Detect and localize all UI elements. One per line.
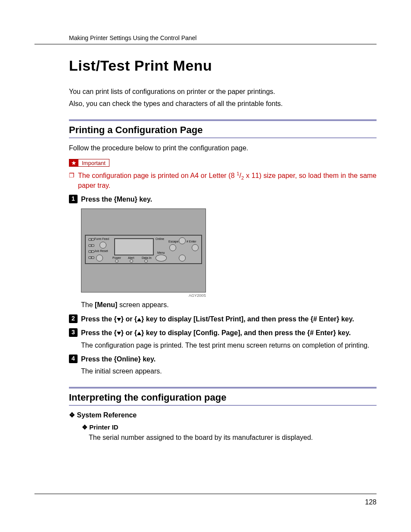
step-1-title: Press the {Menu} key. (81, 195, 152, 204)
intro-line-2: Also, you can check the types and charac… (69, 99, 377, 109)
control-panel-inner: Form Feed Job Reset Power (85, 235, 202, 264)
panel-button-enter (192, 244, 199, 251)
t: Press the (81, 329, 114, 336)
star-icon: ★ (69, 159, 78, 166)
t: key. (336, 329, 351, 336)
figure-id: AGY200S (81, 293, 206, 298)
t: Press the (81, 315, 114, 323)
up-key: {} (134, 329, 144, 336)
step-3-body: The configuration page is printed. The t… (81, 341, 377, 350)
up-key: {} (134, 315, 144, 323)
panel-button-up (179, 237, 186, 244)
panel-indicator-power (115, 259, 118, 263)
panel-label-enter: # Enter (187, 240, 196, 243)
list-item-printer-id-body: The serial number assigned to the board … (89, 433, 377, 442)
control-panel: Form Feed Job Reset Power (81, 208, 206, 292)
arrow-down-icon (117, 318, 121, 321)
t: System Reference (77, 411, 137, 419)
panel-indicator-alert (130, 259, 133, 263)
important-note: ❐ The configuration page is printed on A… (69, 171, 377, 190)
section-lead: Follow the procedure below to print the … (69, 143, 377, 153)
intro-line-1: You can print lists of configurations on… (69, 87, 377, 96)
t: key to display (144, 329, 193, 336)
panel-button-down (179, 255, 186, 261)
section-rule (69, 119, 377, 121)
page: Making Printer Settings Using the Contro… (0, 0, 411, 532)
list-item-head: ❖ System Reference (69, 411, 137, 419)
content-area: List/Test Print Menu You can print lists… (69, 57, 377, 442)
important-note-text: The configuration page is printed on A4 … (78, 171, 377, 190)
step-3-head: 3 Press the {} or {} key to display [Con… (69, 328, 377, 338)
top-rule (34, 44, 377, 44)
step-1: 1 Press the {Menu} key. Form Feed Job Re… (69, 195, 377, 310)
panel-button-form-feed (100, 242, 106, 249)
panel-lcd (114, 238, 154, 255)
panel-led (91, 238, 94, 241)
panel-led (91, 256, 94, 259)
important-badge: ★ Important (69, 159, 109, 167)
step-1-key: {Menu} (114, 196, 137, 203)
list-item-system-reference: ❖ System Reference (69, 411, 377, 419)
panel-label-form-feed: Form Feed (94, 237, 109, 240)
step-number-icon: 3 (69, 328, 78, 337)
step-3-title: Press the {} or {} key to display [Confi… (81, 328, 351, 338)
t: key. (141, 355, 156, 363)
panel-label-power: Power (112, 256, 121, 259)
step-1-body-bold: [Menu] (95, 301, 117, 308)
down-key: {} (114, 329, 123, 336)
t: key. (339, 315, 354, 323)
step-4-title: Press the {Online} key. (81, 355, 156, 364)
step-1-suffix: key. (137, 196, 152, 203)
step-4-head: 4 Press the {Online} key. (69, 355, 377, 364)
t: or (124, 315, 134, 323)
note-prefix: The configuration page is printed on A4 … (78, 172, 237, 179)
panel-label-alert: Alert (128, 256, 134, 259)
arrow-up-icon (137, 332, 141, 335)
section-rule-thin (69, 137, 377, 138)
panel-label-data-in: Data In (142, 256, 152, 259)
step-3: 3 Press the {} or {} key to display [Con… (69, 328, 377, 350)
panel-label-online: Online (156, 237, 164, 240)
section-heading-2: Interpreting the configuration page (69, 392, 377, 403)
t: or (124, 329, 134, 336)
list-item-head: ❖ Printer ID (82, 423, 118, 431)
online-key: {Online} (114, 355, 140, 363)
panel-button-job-reset (96, 255, 103, 261)
step-2-head: 2 Press the {} or {} key to display [Lis… (69, 314, 377, 324)
step-4: 4 Press the {Online} key. The initial sc… (69, 355, 377, 376)
step-1-prefix: Press the (81, 196, 114, 203)
t: , and then press the (243, 315, 311, 323)
page-title: List/Test Print Menu (69, 57, 377, 74)
panel-indicator-data-in (144, 259, 148, 263)
enter-key: {# Enter} (311, 315, 339, 323)
step-2-title: Press the {} or {} key to display [List/… (81, 314, 354, 324)
panel-label-job-reset: Job Reset (94, 249, 108, 252)
t: , and then press the (240, 329, 307, 336)
running-head: Making Printer Settings Using the Contro… (69, 34, 377, 41)
t: key to display (144, 315, 193, 323)
panel-label-menu: Menu (157, 251, 165, 254)
note-frac-num: 1 (237, 171, 239, 176)
down-key: {} (114, 315, 123, 323)
t: [List/Test Print] (193, 315, 243, 323)
list-item-printer-id: ❖ Printer ID (82, 423, 377, 431)
step-1-head: 1 Press the {Menu} key. (69, 195, 377, 204)
panel-led (91, 244, 94, 247)
panel-button-menu (156, 255, 167, 261)
step-1-body-prefix: The (81, 301, 95, 308)
t: [Config. Page] (193, 329, 240, 336)
arrow-up-icon (137, 318, 141, 321)
step-number-icon: 4 (69, 355, 78, 363)
important-label: Important (78, 160, 109, 166)
panel-led (91, 250, 94, 253)
step-2: 2 Press the {} or {} key to display [Lis… (69, 314, 377, 324)
step-4-body: The initial screen appears. (81, 367, 377, 376)
control-panel-figure: Form Feed Job Reset Power (81, 208, 206, 298)
section-rule (69, 387, 377, 389)
step-1-body-suffix: screen appears. (117, 301, 168, 308)
note-bullet-icon: ❐ (69, 172, 75, 190)
step-1-body: The [Menu] screen appears. (81, 300, 377, 310)
page-number: 128 (365, 498, 377, 506)
bottom-rule (34, 494, 377, 494)
enter-key: {# Enter} (307, 329, 336, 336)
